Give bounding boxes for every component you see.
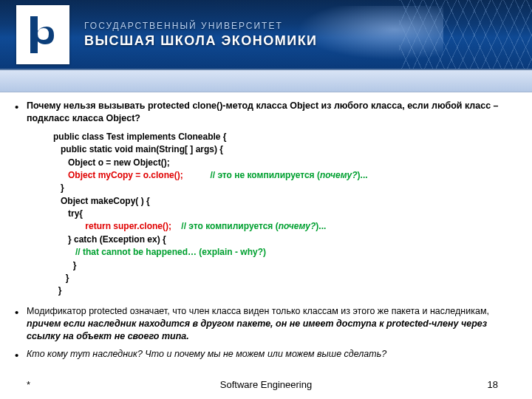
sub-header-bar: [0, 70, 532, 92]
bullet-explanation-protected: Модификатор protected означает, что член…: [13, 305, 519, 343]
header-grid-pattern: [399, 0, 532, 70]
header-banner: ГОСУДАРСТВЕННЫЙ УНИВЕРСИТЕТ ВЫСШАЯ ШКОЛА…: [0, 0, 532, 70]
header-text: ГОСУДАРСТВЕННЫЙ УНИВЕРСИТЕТ ВЫСШАЯ ШКОЛА…: [84, 21, 318, 49]
bullet-question-inheritor: Кто кому тут наследник? Что и почему мы …: [13, 348, 519, 361]
slide-footer: * Software Engineering 18: [0, 379, 532, 390]
header-subtitle: ГОСУДАРСТВЕННЫЙ УНИВЕРСИТЕТ: [84, 21, 318, 31]
logo-glyph: [26, 13, 60, 56]
hse-logo: [16, 5, 69, 64]
header-title: ВЫСШАЯ ШКОЛА ЭКОНОМИКИ: [84, 33, 318, 49]
code-block: public class Test implements Cloneable {…: [53, 131, 519, 298]
page-number: 18: [488, 379, 498, 390]
footer-center: Software Engineering: [0, 379, 532, 390]
slide-content: Почему нельзя вызывать protected clone()…: [0, 92, 532, 361]
bullet-question-1: Почему нельзя вызывать protected clone()…: [13, 100, 519, 125]
footer-left: *: [27, 379, 30, 390]
